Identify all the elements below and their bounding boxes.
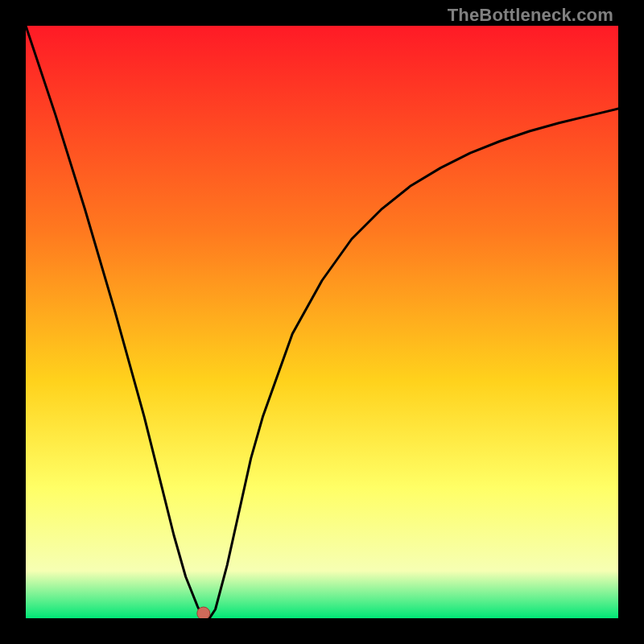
optimal-point-marker <box>197 607 210 618</box>
watermark-label: TheBottleneck.com <box>448 5 613 26</box>
chart-frame <box>26 26 618 618</box>
gradient-background <box>26 26 618 618</box>
chart-svg <box>26 26 618 618</box>
